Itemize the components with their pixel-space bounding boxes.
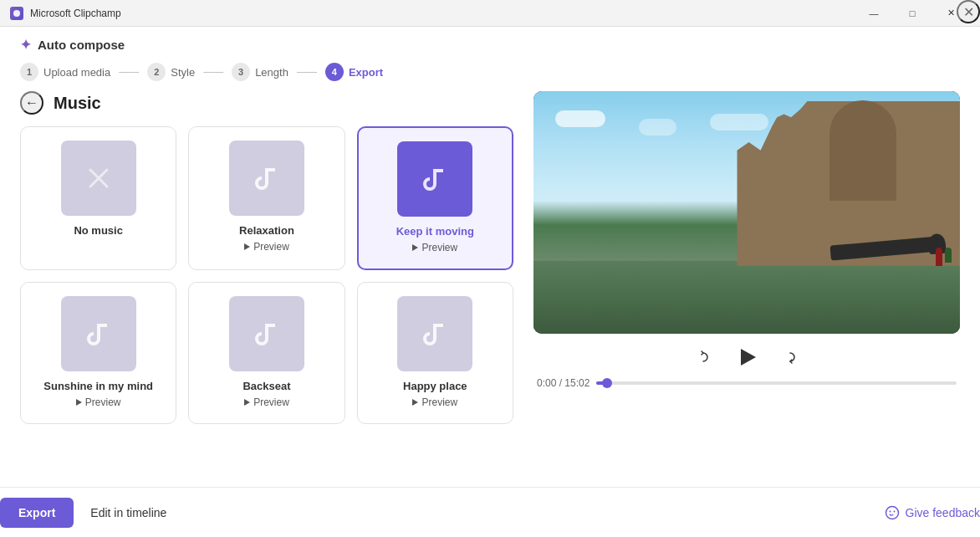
music-title: Music xyxy=(54,94,101,113)
music-card-name-keep-it-moving: Keep it moving xyxy=(396,225,474,238)
cloud-2 xyxy=(639,119,676,136)
ground xyxy=(533,261,960,334)
cloud-1 xyxy=(555,110,605,127)
step-2: 2 Style xyxy=(147,63,195,81)
svg-point-2 xyxy=(889,510,891,512)
figure-1 xyxy=(936,248,942,266)
titlebar: Microsoft Clipchamp — □ ✕ xyxy=(0,0,980,27)
music-card-name-sunshine: Sunshine in my mind xyxy=(43,380,153,392)
give-feedback-label: Give feedback xyxy=(906,506,981,519)
footer-left: Export Edit in timeline xyxy=(0,498,173,528)
sunshine-preview-icon xyxy=(76,399,82,406)
auto-compose-header: ✦ Auto compose ✕ xyxy=(20,27,960,59)
rewind-button[interactable] xyxy=(690,344,717,371)
step-4-number: 4 xyxy=(325,63,344,81)
music-card-happy-place[interactable]: Happy place Preview xyxy=(357,282,513,424)
music-thumb-backseat xyxy=(229,296,304,371)
relaxation-preview-icon xyxy=(244,243,250,250)
music-thumb-relaxation xyxy=(229,141,304,216)
happy-place-preview-button[interactable]: Preview xyxy=(412,395,457,410)
happy-place-preview-icon xyxy=(412,399,418,406)
music-card-name-happy-place: Happy place xyxy=(403,380,467,392)
step-1-label: Upload media xyxy=(43,66,110,79)
step-4-label: Export xyxy=(349,66,383,79)
figure-2 xyxy=(945,248,952,263)
keep-it-moving-preview-button[interactable]: Preview xyxy=(412,240,457,255)
relaxation-preview-button[interactable]: Preview xyxy=(244,239,289,254)
svg-point-3 xyxy=(893,510,895,512)
video-preview xyxy=(533,91,960,334)
backseat-preview-label: Preview xyxy=(253,396,289,408)
video-controls: 0:00 / 15:02 xyxy=(533,334,960,392)
figures xyxy=(936,248,952,266)
music-grid: No music Relaxation Preview xyxy=(20,126,513,424)
step-2-number: 2 xyxy=(147,63,166,81)
maximize-button[interactable]: □ xyxy=(893,0,932,27)
step-3-number: 3 xyxy=(232,63,250,81)
music-thumb-no-music xyxy=(61,141,136,216)
cloud-3 xyxy=(710,114,768,130)
progress-row: 0:00 / 15:02 xyxy=(533,377,960,389)
music-card-name-relaxation: Relaxation xyxy=(239,224,294,237)
music-card-keep-it-moving[interactable]: Keep it moving Preview xyxy=(357,126,513,270)
auto-compose-title: ✦ Auto compose xyxy=(20,37,125,53)
body-area: ← Music No music Relaxation xyxy=(20,91,960,487)
minimize-button[interactable]: — xyxy=(855,0,893,27)
keep-it-moving-preview-icon xyxy=(412,244,418,251)
happy-place-preview-label: Preview xyxy=(421,396,457,408)
step-arrow-3: —— xyxy=(297,66,317,78)
svg-point-0 xyxy=(13,10,20,17)
play-icon xyxy=(741,349,756,366)
left-panel: ← Music No music Relaxation xyxy=(20,91,513,487)
app-icon xyxy=(10,7,23,20)
auto-compose-label: Auto compose xyxy=(38,38,125,52)
music-card-name-backseat: Backseat xyxy=(242,380,290,392)
backseat-preview-button[interactable]: Preview xyxy=(244,395,289,410)
step-2-label: Style xyxy=(171,66,195,79)
video-scene xyxy=(533,91,960,334)
app-title: Microsoft Clipchamp xyxy=(30,8,121,19)
feedback-icon xyxy=(884,504,901,521)
keep-it-moving-preview-label: Preview xyxy=(421,242,457,253)
progress-bar[interactable] xyxy=(596,381,957,385)
main-content: ✦ Auto compose ✕ 1 Upload media —— 2 Sty… xyxy=(0,27,980,487)
footer: Export Edit in timeline Give feedback xyxy=(0,487,980,537)
sunshine-preview-label: Preview xyxy=(85,396,121,408)
back-button[interactable]: ← xyxy=(20,91,43,115)
give-feedback-section[interactable]: Give feedback xyxy=(884,504,981,521)
tower xyxy=(829,100,896,201)
export-button[interactable]: Export xyxy=(0,498,74,528)
forward-button[interactable] xyxy=(777,344,804,371)
music-card-name-no-music: No music xyxy=(74,224,123,237)
music-card-no-music[interactable]: No music xyxy=(20,126,176,270)
sparkle-icon: ✦ xyxy=(20,37,31,53)
music-thumb-keep-it-moving xyxy=(397,141,472,217)
sunshine-preview-button[interactable]: Preview xyxy=(76,395,121,410)
music-card-sunshine[interactable]: Sunshine in my mind Preview xyxy=(20,282,176,424)
time-current: 0:00 / 15:02 xyxy=(537,377,590,389)
stepper: 1 Upload media —— 2 Style —— 3 Length ——… xyxy=(20,59,960,91)
step-arrow-1: —— xyxy=(119,66,139,78)
progress-dot xyxy=(602,378,612,388)
music-thumb-sunshine xyxy=(61,296,136,371)
step-3: 3 Length xyxy=(232,63,288,81)
titlebar-controls: — □ ✕ xyxy=(855,0,970,27)
relaxation-preview-label: Preview xyxy=(253,241,289,253)
svg-point-1 xyxy=(886,506,898,519)
backseat-preview-icon xyxy=(244,399,250,406)
edit-timeline-button[interactable]: Edit in timeline xyxy=(84,498,173,528)
music-thumb-happy-place xyxy=(397,296,472,371)
step-arrow-2: —— xyxy=(203,66,223,78)
clouds xyxy=(555,110,768,136)
step-1-number: 1 xyxy=(20,63,38,81)
titlebar-left: Microsoft Clipchamp xyxy=(10,7,121,20)
step-4: 4 Export xyxy=(325,63,383,81)
play-button[interactable] xyxy=(732,342,762,372)
step-1: 1 Upload media xyxy=(20,63,110,81)
music-header: ← Music xyxy=(20,91,513,115)
music-card-backseat[interactable]: Backseat Preview xyxy=(188,282,345,424)
music-card-relaxation[interactable]: Relaxation Preview xyxy=(188,126,345,270)
step-3-label: Length xyxy=(255,66,288,79)
right-panel: 0:00 / 15:02 xyxy=(533,91,960,487)
controls-row xyxy=(690,342,804,372)
